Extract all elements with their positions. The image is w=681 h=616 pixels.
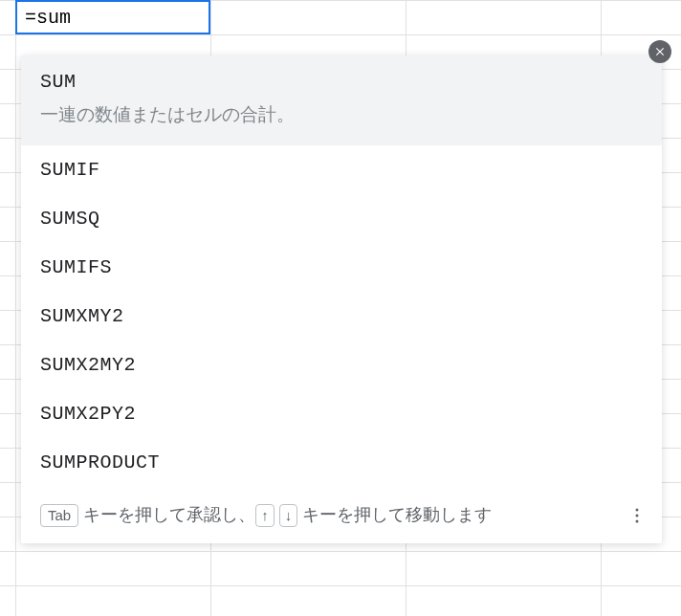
- function-name: SUMX2PY2: [40, 403, 643, 425]
- keyboard-hint-footer: Tab キーを押して承認し、↑ ↓ キーを押して移動します: [21, 487, 662, 544]
- more-options-button[interactable]: [627, 506, 647, 525]
- function-name: SUM: [40, 71, 643, 93]
- formula-cell-input[interactable]: [15, 0, 210, 34]
- close-icon: [653, 45, 667, 58]
- close-suggestions-button[interactable]: [648, 40, 671, 63]
- down-arrow-key-badge: ↓: [279, 504, 298, 527]
- function-name: SUMX2MY2: [40, 354, 643, 376]
- function-name: SUMIFS: [40, 256, 643, 278]
- suggestion-item[interactable]: SUMSQ: [21, 194, 662, 243]
- suggestion-item[interactable]: SUMXMY2: [21, 292, 662, 341]
- more-vertical-icon: [635, 508, 639, 523]
- suggestion-item[interactable]: SUMX2MY2: [21, 341, 662, 389]
- tab-key-badge: Tab: [40, 504, 78, 527]
- svg-point-0: [636, 508, 639, 511]
- suggestion-item[interactable]: SUMIF: [21, 145, 662, 194]
- formula-suggestion-panel: SUM 一連の数値またはセルの合計。 SUMIF SUMSQ SUMIFS SU…: [21, 55, 662, 543]
- svg-point-2: [636, 519, 639, 522]
- hint-text: Tab キーを押して承認し、↑ ↓ キーを押して移動します: [40, 501, 643, 529]
- suggestion-item[interactable]: SUMPRODUCT: [21, 438, 662, 487]
- function-name: SUMIF: [40, 159, 643, 181]
- function-name: SUMSQ: [40, 208, 643, 230]
- suggestion-item[interactable]: SUMIFS: [21, 243, 662, 292]
- up-arrow-key-badge: ↑: [255, 504, 275, 527]
- hint-text-part: キーを押して移動します: [297, 505, 492, 524]
- svg-point-1: [636, 514, 639, 517]
- function-name: SUMXMY2: [40, 305, 643, 327]
- function-description: 一連の数値またはセルの合計。: [40, 102, 643, 128]
- suggestion-item[interactable]: SUMX2PY2: [21, 389, 662, 438]
- function-name: SUMPRODUCT: [40, 451, 643, 473]
- hint-text-part: キーを押して承認し、: [78, 505, 255, 524]
- suggestion-item-highlighted[interactable]: SUM 一連の数値またはセルの合計。: [21, 55, 662, 145]
